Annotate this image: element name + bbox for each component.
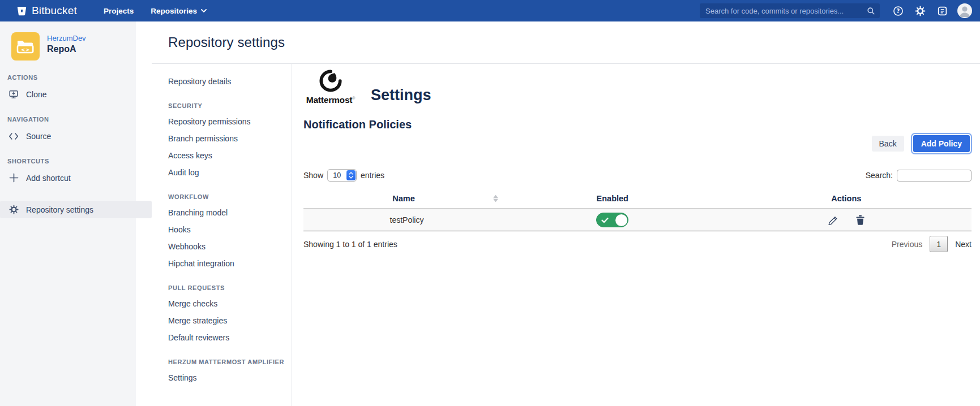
- menu-item-access-keys[interactable]: Access keys: [168, 150, 292, 161]
- action-button-row: Back Add Policy: [303, 135, 972, 152]
- menu-group-header: WORKFLOW: [168, 193, 292, 200]
- check-icon: [601, 217, 609, 223]
- sidebar-item-label: Clone: [26, 90, 47, 99]
- policy-enabled-cell: [504, 209, 721, 231]
- pagination-next[interactable]: Next: [955, 240, 972, 249]
- sidebar-item-label: Add shortcut: [26, 174, 71, 183]
- repo-names: HerzumDev RepoA: [47, 32, 86, 54]
- journal-icon[interactable]: [935, 4, 949, 18]
- menu-item-hooks[interactable]: Hooks: [168, 224, 292, 235]
- svg-text:?: ?: [896, 7, 900, 14]
- menu-item-audit-log[interactable]: Audit log: [168, 167, 292, 178]
- settings-title: Settings: [371, 87, 431, 105]
- menu-group-pull-requests: PULL REQUESTS Merge checks Merge strateg…: [168, 284, 292, 343]
- project-link[interactable]: HerzumDev: [47, 34, 86, 42]
- menu-item-merge-checks[interactable]: Merge checks: [168, 299, 292, 309]
- menu-group-general: Repository details: [168, 76, 292, 87]
- pagination-page-1[interactable]: 1: [930, 236, 948, 252]
- nav-search-box[interactable]: [700, 3, 880, 18]
- search-icon: [867, 7, 875, 15]
- svg-text:<>: <>: [21, 46, 30, 53]
- menu-group-header: PULL REQUESTS: [168, 284, 292, 291]
- menu-item-repository-permissions[interactable]: Repository permissions: [168, 116, 292, 127]
- content-body: Repository details SECURITY Repository p…: [136, 64, 980, 406]
- mattermost-logo-block: Mattermost®: [303, 69, 358, 105]
- menu-group-security: SECURITY Repository permissions Branch p…: [168, 102, 292, 178]
- sidebar-item-label: Source: [26, 132, 51, 141]
- table-header-row: Name Enabled Actions: [303, 188, 972, 209]
- plus-icon: [8, 173, 19, 183]
- sidebar-section-shortcuts: SHORTCUTS: [7, 158, 136, 165]
- delete-icon[interactable]: [853, 213, 867, 227]
- menu-item-merge-strategies[interactable]: Merge strategies: [168, 316, 292, 326]
- table-controls: Show 10 entries Search:: [303, 169, 972, 182]
- sidebar-item-add-shortcut[interactable]: Add shortcut: [0, 170, 136, 186]
- menu-item-default-reviewers[interactable]: Default reviewers: [168, 332, 292, 343]
- mattermost-wordmark: Mattermost®: [306, 95, 356, 105]
- sort-icon: [493, 195, 498, 202]
- table-footer: Showing 1 to 1 of 1 entries Previous 1 N…: [303, 236, 972, 252]
- gear-icon[interactable]: [913, 4, 927, 18]
- nav-item-projects[interactable]: Projects: [104, 7, 134, 15]
- table-search-input[interactable]: [897, 170, 972, 182]
- mattermost-logo-icon: [319, 69, 343, 93]
- nav-search-input[interactable]: [705, 7, 867, 15]
- top-navigation-bar: Bitbucket Projects Repositories ?: [0, 0, 980, 21]
- menu-item-branch-permissions[interactable]: Branch permissions: [168, 133, 292, 144]
- settings-menu: Repository details SECURITY Repository p…: [136, 64, 292, 406]
- sidebar-item-repository-settings[interactable]: Repository settings: [0, 201, 152, 218]
- menu-item-webhooks[interactable]: Webhooks: [168, 241, 292, 252]
- edit-icon[interactable]: [825, 213, 839, 227]
- page-size-select[interactable]: 10: [327, 169, 357, 182]
- page-body: <> HerzumDev RepoA ACTIONS Clone NAVIGAT…: [0, 21, 980, 406]
- content-area: Repository settings Repository details S…: [136, 21, 980, 406]
- gear-icon: [8, 205, 19, 214]
- search-label: Search:: [866, 171, 893, 180]
- menu-group-header: SECURITY: [168, 102, 292, 109]
- repo-avatar[interactable]: <>: [11, 32, 40, 61]
- pagination: Previous 1 Next: [892, 236, 972, 252]
- content-header: Repository settings: [136, 21, 980, 63]
- menu-item-hipchat-integration[interactable]: Hipchat integration: [168, 258, 292, 269]
- nav-icon-group: ?: [891, 3, 972, 18]
- folder-code-icon: <>: [16, 37, 35, 56]
- add-policy-button[interactable]: Add Policy: [913, 135, 970, 152]
- page-size-value: 10: [328, 171, 346, 179]
- toggle-knob: [615, 214, 627, 226]
- column-header-actions: Actions: [721, 188, 972, 209]
- nav-item-repositories[interactable]: Repositories: [151, 7, 207, 15]
- plugin-header: Mattermost® Settings: [303, 69, 972, 105]
- column-header-enabled: Enabled: [504, 188, 721, 209]
- menu-group-header: HERZUM MATTERMOST AMPLIFIER: [168, 359, 292, 365]
- bitbucket-logo-icon: [16, 6, 27, 16]
- table-search-control: Search:: [866, 170, 972, 182]
- bitbucket-brand[interactable]: Bitbucket: [16, 5, 77, 17]
- policy-row: testPolicy: [303, 209, 972, 231]
- code-brackets-icon: [8, 132, 19, 140]
- menu-group-herzum-mattermost-amplifier: HERZUM MATTERMOST AMPLIFIER Settings: [168, 359, 292, 383]
- policy-name-cell: testPolicy: [303, 209, 504, 231]
- menu-item-repository-details[interactable]: Repository details: [168, 76, 292, 87]
- user-avatar[interactable]: [957, 3, 972, 18]
- brand-label: Bitbucket: [32, 5, 77, 17]
- enabled-toggle[interactable]: [596, 213, 628, 227]
- policies-table: Name Enabled Actions te: [303, 188, 972, 231]
- registered-mark: ®: [352, 96, 355, 100]
- sidebar-item-clone[interactable]: Clone: [0, 86, 136, 102]
- page-title: Repository settings: [168, 34, 285, 50]
- repo-name: RepoA: [47, 44, 86, 54]
- menu-item-settings[interactable]: Settings: [168, 373, 292, 383]
- page-size-control: Show 10 entries: [303, 169, 384, 182]
- nav-menu: Projects Repositories: [104, 7, 207, 15]
- sidebar-section-navigation: NAVIGATION: [7, 116, 136, 123]
- repo-header: <> HerzumDev RepoA: [0, 32, 136, 61]
- back-button[interactable]: Back: [872, 136, 904, 152]
- help-icon[interactable]: ?: [891, 4, 905, 18]
- show-label: Show: [303, 171, 323, 180]
- menu-item-branching-model[interactable]: Branching model: [168, 208, 292, 218]
- sidebar-item-source[interactable]: Source: [0, 128, 136, 144]
- column-header-name[interactable]: Name: [303, 188, 504, 209]
- pagination-previous[interactable]: Previous: [892, 240, 922, 249]
- menu-group-workflow: WORKFLOW Branching model Hooks Webhooks …: [168, 193, 292, 269]
- notification-policies-title: Notification Policies: [303, 118, 972, 131]
